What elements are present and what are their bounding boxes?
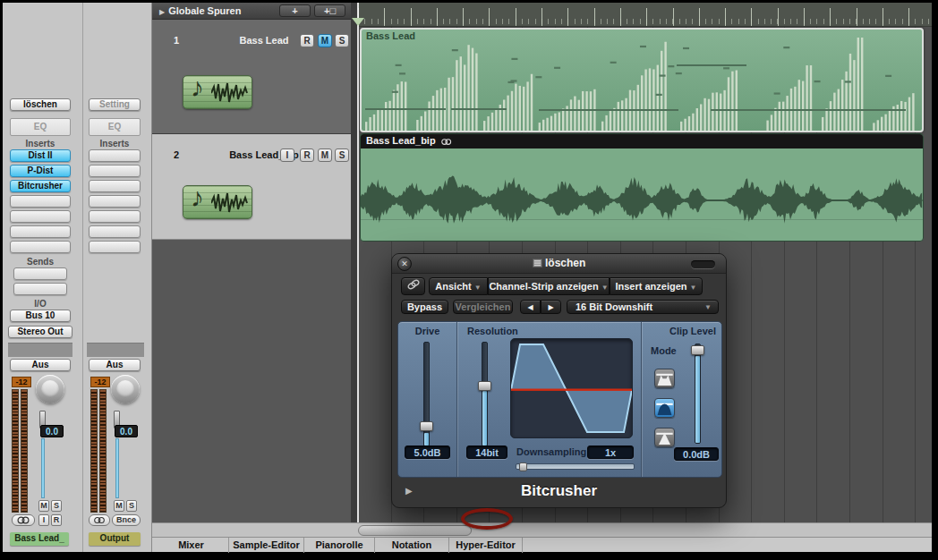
disclosure-triangle-icon[interactable]: ▶ (159, 8, 165, 16)
plugin-footer: ▶ Bitcrusher (392, 477, 726, 507)
insert-slot-empty[interactable] (10, 225, 71, 238)
minimize-control[interactable] (691, 260, 715, 268)
send-slot-empty[interactable] (13, 283, 67, 295)
mode-fold-button[interactable] (654, 369, 675, 388)
midi-region[interactable]: Bass Lead (360, 28, 924, 132)
group-slot[interactable] (8, 343, 72, 357)
send-slot-empty[interactable] (13, 267, 67, 280)
channel-name-label[interactable]: Bass Lead_ (10, 532, 69, 546)
bar-ruler[interactable] (358, 3, 932, 27)
track-mute-button[interactable]: M (318, 34, 332, 47)
fader-track[interactable] (115, 438, 119, 498)
track-record-button[interactable]: R (300, 34, 314, 47)
solo-button[interactable]: S (51, 500, 62, 512)
playhead-marker-icon[interactable] (352, 18, 364, 26)
mode-overflow-button[interactable] (654, 428, 675, 447)
link-button[interactable] (401, 277, 425, 295)
mode-label: Mode (651, 345, 677, 356)
track-record-button[interactable]: R (300, 148, 314, 162)
drive-value[interactable]: 5.0dB (405, 445, 450, 459)
logic-pro-window: löschen EQ Inserts Dist II P-Dist Bitcru… (0, 0, 938, 560)
stereo-format-button[interactable] (89, 514, 110, 526)
compare-button[interactable]: Vergleichen (453, 300, 513, 314)
track-solo-button[interactable]: S (335, 34, 349, 47)
drive-slider[interactable] (423, 342, 430, 446)
insert-slot-pdist[interactable]: P-Dist (10, 165, 71, 177)
clip-level-value[interactable]: 0.0dB (674, 447, 719, 461)
resolution-value[interactable]: 14bit (466, 445, 507, 459)
plugin-titlebar[interactable]: ✕ löschen (392, 254, 726, 274)
input-monitor-button[interactable]: I (38, 514, 49, 526)
channel-setting-button[interactable]: Setting (89, 98, 141, 111)
region-header[interactable]: Bass Lead_bip (361, 134, 923, 148)
output-button[interactable]: Stereo Out (8, 326, 72, 338)
track-input-button[interactable]: I (280, 148, 294, 162)
downsampling-value[interactable]: 1x (587, 445, 634, 459)
resolution-slider[interactable] (482, 342, 488, 446)
insert-slot-empty[interactable] (89, 210, 141, 223)
group-slot[interactable] (87, 343, 144, 357)
solo-button[interactable]: S (126, 500, 137, 512)
volume-value[interactable]: 0.0 (40, 425, 64, 437)
add-track-button[interactable]: + (279, 4, 311, 17)
tab-pianorolle[interactable]: Pianorolle (304, 538, 375, 553)
section-divider (456, 322, 457, 477)
channel-setting-button[interactable]: löschen (10, 98, 71, 111)
insert-view-menu[interactable]: Insert anzeigen ▼ (610, 277, 703, 295)
insert-slot-empty[interactable] (89, 195, 141, 208)
mute-button[interactable]: M (114, 500, 124, 512)
pan-knob[interactable] (36, 375, 64, 403)
downsampling-slider[interactable] (516, 463, 635, 470)
clip-level-slider[interactable] (695, 344, 701, 444)
volume-value[interactable]: 0.0 (115, 425, 138, 437)
track-row-selected[interactable]: 2 Bass Lead_bip I R M S ♪ (152, 134, 351, 240)
next-preset-button[interactable]: ▶ (541, 300, 561, 314)
prev-preset-button[interactable]: ◀ (520, 300, 541, 314)
plugin-window[interactable]: ✕ löschen Ansicht ▼ Channel-Strip anzeig… (391, 253, 727, 508)
preset-menu[interactable]: 16 Bit Downshift▼ (567, 300, 719, 314)
track-solo-button[interactable]: S (335, 148, 349, 162)
record-enable-button[interactable]: R (51, 514, 62, 526)
stereo-format-button[interactable] (12, 514, 35, 526)
audio-region[interactable]: Bass Lead_bip (360, 133, 924, 242)
automation-button[interactable]: Aus (89, 359, 141, 371)
scrollbar-thumb[interactable] (358, 525, 472, 536)
global-tracks-header[interactable]: ▶Globale Spuren + +□ (152, 3, 351, 20)
insert-slot-empty[interactable] (10, 195, 71, 208)
insert-slot-dist2[interactable]: Dist II (10, 149, 71, 162)
overflow-mode-icon (655, 428, 674, 446)
mode-clip-button-selected[interactable] (654, 398, 675, 418)
eq-thumbnail[interactable]: EQ (89, 118, 141, 136)
bounce-button[interactable]: Bnce (112, 514, 141, 526)
fader-track[interactable] (41, 438, 45, 498)
inserts-label: Inserts (89, 139, 141, 148)
insert-slot-empty[interactable] (89, 241, 141, 253)
insert-slot-empty[interactable] (89, 149, 141, 162)
tab-hyper-editor[interactable]: Hyper-Editor (449, 538, 523, 553)
chevron-down-icon: ▼ (690, 284, 697, 292)
track-row[interactable]: 1 Bass Lead R M S ♪ (152, 20, 351, 134)
insert-slot-empty[interactable] (89, 180, 141, 192)
insert-slot-empty[interactable] (89, 225, 141, 238)
insert-slot-empty[interactable] (10, 241, 71, 253)
mute-button[interactable]: M (38, 500, 49, 512)
tab-sample-editor[interactable]: Sample-Editor (229, 538, 304, 553)
insert-slot-empty[interactable] (10, 210, 71, 223)
track-mute-button[interactable]: M (318, 148, 332, 162)
playhead[interactable] (357, 3, 359, 522)
level-meter-right (99, 389, 107, 513)
eq-thumbnail[interactable]: EQ (10, 118, 71, 136)
channel-name-label[interactable]: Output (89, 532, 141, 546)
tab-notation[interactable]: Notation (375, 538, 449, 553)
view-menu[interactable]: Ansicht ▼ (429, 277, 488, 295)
channel-strip-view-menu[interactable]: Channel-Strip anzeigen ▼ (488, 277, 610, 295)
horizontal-scrollbar[interactable] (152, 522, 932, 537)
automation-button[interactable]: Aus (10, 359, 71, 371)
bypass-button[interactable]: Bypass (401, 300, 448, 314)
insert-slot-empty[interactable] (89, 165, 141, 177)
pan-knob[interactable] (111, 375, 140, 403)
tab-mixer[interactable]: Mixer (154, 538, 229, 553)
add-multiple-tracks-button[interactable]: +□ (314, 4, 345, 17)
input-button[interactable]: Bus 10 (10, 310, 71, 322)
insert-slot-bitcrusher[interactable]: Bitcrusher (10, 180, 71, 192)
